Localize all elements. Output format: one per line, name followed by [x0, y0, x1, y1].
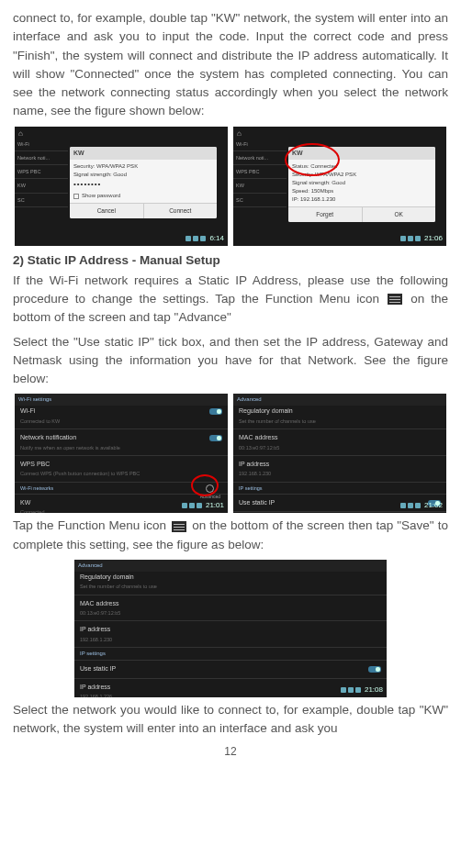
row-sub: Set the number of channels to use — [80, 583, 381, 590]
clock: 21:08 — [365, 684, 383, 696]
row-title: Network notification — [20, 433, 222, 443]
row-title: Regulatory domain — [239, 406, 441, 417]
wifi-sidebar: Wi-Fi Network noti... WPS PBC KW SC — [15, 138, 68, 207]
checkbox-icon[interactable] — [73, 194, 79, 199]
side-sc: SC — [233, 194, 287, 207]
side-wifi: Wi-Fi — [233, 138, 287, 151]
side-wps: WPS PBC — [233, 165, 287, 179]
heading-static-ip: 2) Static IP Address - Manual Setup — [13, 251, 448, 270]
row-ip-address-readonly: IP address 192.168.1.230 — [233, 456, 446, 483]
side-kw: KW — [15, 179, 68, 193]
row-title: Regulatory domain — [80, 573, 381, 583]
show-password-label: Show password — [82, 192, 120, 200]
paragraph-1: connect to, for example, double tap "KW"… — [13, 9, 448, 121]
side-wifi: Wi-Fi — [15, 138, 68, 151]
page-number: 12 — [13, 743, 448, 760]
ok-button[interactable]: OK — [363, 207, 436, 222]
side-nn: Network noti... — [233, 151, 287, 165]
figure-advanced-static: Advanced Regulatory domain Set the numbe… — [74, 560, 387, 697]
row-sub: Set the number of channels to use — [239, 417, 441, 425]
paragraph-4: Tap the Function Menu icon on the bottom… — [13, 517, 448, 554]
row-title: IP address — [239, 460, 441, 470]
row-sub: Connected to KW — [20, 417, 222, 425]
figure-advanced-settings: Advanced Regulatory domain Set the numbe… — [233, 394, 446, 513]
paragraph-5: Select the network you would like to con… — [13, 701, 448, 739]
popup-strength: Signal strength: Good — [73, 171, 213, 179]
row-title: Use static IP — [80, 664, 381, 674]
bottom-status-bar: 21:06 — [237, 233, 443, 244]
connect-button[interactable]: Connect — [144, 204, 218, 218]
side-nn: Network noti... — [15, 151, 68, 165]
bottom-status-bar: 21:08 — [78, 684, 383, 696]
popup-speed: Speed: 150Mbps — [292, 187, 432, 195]
settings-list: Regulatory domain Set the number of chan… — [233, 403, 446, 513]
row-sub: 00:13:e0:97:12:b5 — [80, 609, 381, 617]
row-network-notification[interactable]: Network notification Notify me when an o… — [15, 429, 228, 456]
row-ip-address-readonly: IP address 192.168.1.230 — [74, 621, 387, 648]
settings-list: Regulatory domain Set the number of chan… — [74, 569, 387, 697]
row-sub: 192.168.1.230 — [239, 470, 441, 477]
clock: 21:02 — [424, 500, 443, 511]
figure-connect-dialog: ⌂ Wi-Fi Network noti... WPS PBC KW SC KW… — [15, 127, 228, 246]
menu-icon — [172, 521, 186, 532]
row-title: MAC address — [239, 433, 441, 443]
toggle-icon[interactable] — [368, 666, 381, 673]
row-wifi[interactable]: Wi-Fi Connected to KW — [15, 403, 228, 429]
row-title: Wi-Fi — [20, 406, 222, 417]
figure-wifi-settings: Wi-Fi settings Wi-Fi Connected to KW Net… — [15, 394, 228, 513]
figure-row-1: ⌂ Wi-Fi Network noti... WPS PBC KW SC KW… — [13, 127, 448, 246]
figure-connected-info: ⌂ Wi-Fi Network noti... WPS PBC KW SC KW… — [233, 127, 446, 246]
row-regulatory[interactable]: Regulatory domain Set the number of chan… — [74, 569, 387, 595]
bottom-status-bar: 6:14 — [18, 233, 224, 244]
popup-title: KW — [70, 147, 217, 161]
figure-row-2: Wi-Fi settings Wi-Fi Connected to KW Net… — [13, 394, 448, 513]
popup-ip: IP: 192.168.1.230 — [292, 195, 432, 204]
clock: 6:14 — [209, 233, 224, 244]
row-mac: MAC address 00:13:e0:97:12:b5 — [233, 429, 446, 456]
side-wps: WPS PBC — [15, 165, 68, 179]
row-mac: MAC address 00:13:e0:97:12:b5 — [74, 595, 387, 622]
popup-strength: Signal strength: Good — [292, 179, 432, 187]
para4-text-a: Tap the Function Menu icon — [13, 518, 166, 532]
forget-button[interactable]: Forget — [288, 207, 363, 222]
paragraph-2: If the Wi-Fi network requires a Static I… — [13, 272, 448, 328]
row-sub: 192.168.1.230 — [80, 636, 381, 643]
toggle-icon[interactable] — [209, 408, 222, 415]
show-password-row[interactable]: Show password — [73, 192, 213, 200]
bottom-status-bar: 21:02 — [237, 500, 443, 511]
side-sc: SC — [15, 194, 68, 207]
clock: 21:01 — [206, 500, 224, 511]
row-regulatory[interactable]: Regulatory domain Set the number of chan… — [233, 403, 446, 429]
connect-popup: KW Security: WPA/WPA2 PSK Signal strengt… — [70, 147, 217, 218]
menu-icon — [388, 294, 402, 305]
row-title: MAC address — [80, 599, 381, 609]
row-title: WPS PBC — [20, 460, 222, 470]
row-sub: 00:13:e0:97:12:b5 — [239, 444, 441, 451]
para2-text-a: If the Wi-Fi network requires a Static I… — [13, 273, 448, 306]
row-sub: Connect WPS (Push button connection) to … — [20, 470, 222, 477]
section-label: IP settings — [74, 648, 387, 661]
toggle-icon[interactable] — [209, 435, 222, 441]
wifi-sidebar: Wi-Fi Network noti... WPS PBC KW SC — [233, 138, 287, 207]
settings-list: Wi-Fi Connected to KW Network notificati… — [15, 403, 228, 513]
annotation-circle — [285, 143, 340, 176]
password-field[interactable]: •••••••• — [73, 179, 213, 190]
popup-security: Security: WPA/WPA2 PSK — [73, 162, 213, 171]
paragraph-3: Select the "Use static IP" tick box, and… — [13, 333, 448, 389]
row-use-static-ip[interactable]: Use static IP — [74, 661, 387, 679]
clock: 21:06 — [424, 233, 443, 244]
bottom-status-bar: 21:01 — [18, 500, 224, 511]
row-sub: Notify me when an open network is availa… — [20, 444, 222, 451]
row-title: IP address — [80, 625, 381, 635]
row-ip-address[interactable]: IP address 192.168.1.230 — [233, 512, 446, 513]
side-kw: KW — [233, 179, 287, 193]
cancel-button[interactable]: Cancel — [70, 204, 144, 218]
section-label: IP settings — [233, 483, 446, 495]
